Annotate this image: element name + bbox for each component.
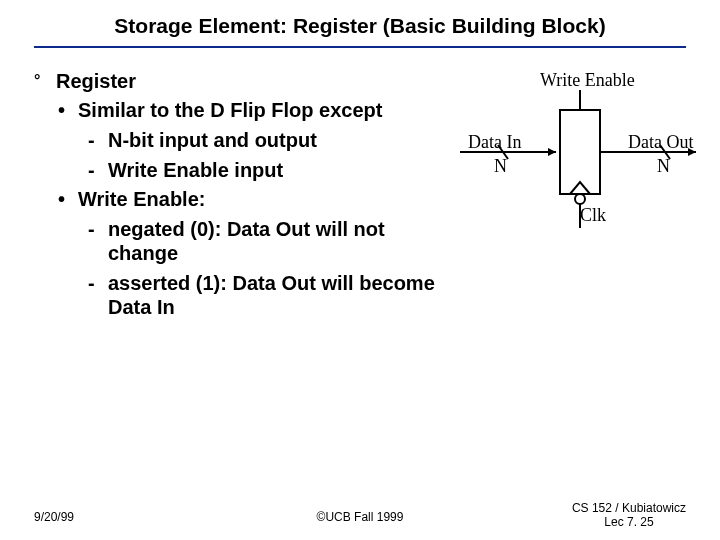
title-underline — [34, 46, 686, 48]
bullet-asserted: asserted (1): Data Out will become Data … — [34, 271, 444, 319]
bullet-register-text: Register — [56, 70, 136, 92]
label-n-right: N — [657, 156, 670, 177]
label-data-out: Data Out — [628, 132, 693, 153]
footer-right-line1: CS 152 / Kubiatowicz — [572, 501, 686, 515]
bullet-similar-text: Similar to the D Flip Flop except — [78, 99, 382, 121]
bullet-register: ° Register — [34, 70, 444, 93]
slide-title: Storage Element: Register (Basic Buildin… — [0, 14, 720, 38]
bullet-welabel-text: Write Enable: — [78, 188, 205, 210]
bullet-negated-text: negated (0): Data Out will not change — [108, 218, 385, 264]
label-clk: Clk — [580, 205, 606, 226]
data-in-arrow — [548, 148, 556, 156]
label-data-in: Data In — [468, 132, 521, 153]
content-area: ° Register Similar to the D Flip Flop ex… — [34, 70, 444, 325]
bullet-negated: negated (0): Data Out will not change — [34, 217, 444, 265]
bullet-similar: Similar to the D Flip Flop except — [34, 99, 444, 122]
bullet-asserted-text: asserted (1): Data Out will become Data … — [108, 272, 435, 318]
footer-right-line2: Lec 7. 25 — [604, 515, 653, 529]
bullet-nbit: N-bit input and output — [34, 128, 444, 152]
clock-bubble — [575, 194, 585, 204]
clock-triangle — [570, 182, 590, 194]
slide: Storage Element: Register (Basic Buildin… — [0, 0, 720, 540]
bullet-welabel: Write Enable: — [34, 188, 444, 211]
bullet-weinput-text: Write Enable input — [108, 159, 283, 181]
degree-icon: ° — [34, 72, 40, 90]
footer-right: CS 152 / Kubiatowicz Lec 7. 25 — [572, 502, 686, 530]
bullet-nbit-text: N-bit input and output — [108, 129, 317, 151]
label-n-left: N — [494, 156, 507, 177]
bullet-weinput: Write Enable input — [34, 158, 444, 182]
label-write-enable: Write Enable — [540, 70, 635, 91]
register-diagram: Write Enable Data In Data Out N N Clk — [460, 70, 700, 270]
